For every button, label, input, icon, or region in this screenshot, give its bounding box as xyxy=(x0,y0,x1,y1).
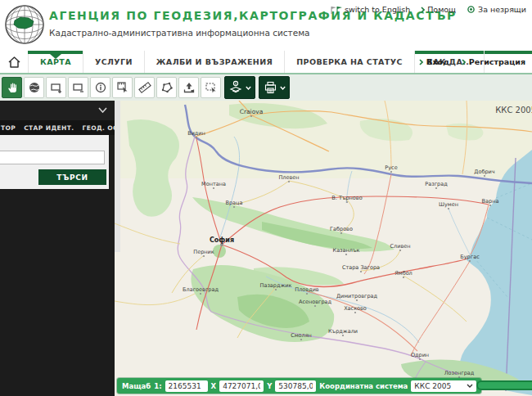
chevron-down-icon xyxy=(246,86,251,90)
crs-select[interactable]: ККС 2005 xyxy=(411,380,476,392)
map-city-label: Лозенград xyxy=(444,370,475,376)
map-city-label: Бургас xyxy=(460,254,480,260)
printer-icon xyxy=(264,81,277,94)
agency-logo-icon xyxy=(4,4,45,45)
scale-prefix: 1: xyxy=(154,382,161,390)
search-form: ТЪРСИ xyxy=(0,135,109,189)
tab-geod-osnova[interactable]: ГЕОД. ОСНОВА xyxy=(82,124,115,132)
register-link[interactable]: Регистрация xyxy=(462,57,525,66)
measure-distance-button[interactable] xyxy=(134,77,155,98)
map-city-label: Craiova xyxy=(240,108,264,115)
scale-label: Мащаб xyxy=(122,382,151,390)
map-city-dot xyxy=(484,175,485,177)
chevron-right-icon xyxy=(421,7,425,13)
map-city-label: Пловдив xyxy=(295,286,319,293)
page-subtitle: Кадастрално-административна информационн… xyxy=(49,28,310,38)
crs-label: Координатна система xyxy=(319,382,408,390)
accessibility-link[interactable]: За незрящи xyxy=(467,5,526,14)
help-link[interactable]: Помощ xyxy=(421,5,456,14)
map-city-label: Видин xyxy=(187,130,205,137)
main-navigation: КАРТА УСЛУГИ ЖАЛБИ И ВЪЗРАЖЕНИЯ ПРОВЕРКА… xyxy=(0,51,532,73)
chevron-down-icon[interactable] xyxy=(98,107,107,113)
map-city-dot xyxy=(342,335,344,336)
upload-button[interactable] xyxy=(178,77,199,98)
upload-icon xyxy=(183,81,196,94)
map-city-label: Габрово xyxy=(330,226,353,232)
y-coordinate-input[interactable] xyxy=(275,380,316,392)
identifier-search-input[interactable] xyxy=(0,151,105,164)
map-city-label: София xyxy=(210,236,234,244)
tab-uslugi[interactable]: УСЛУГИ xyxy=(83,51,144,73)
layers-info-icon xyxy=(228,80,243,95)
crs-watermark: ККС 2005 xyxy=(495,106,532,115)
map-city-dot xyxy=(306,293,308,295)
map-city-dot xyxy=(314,305,316,307)
map-city-label: Благоевград xyxy=(183,286,219,293)
map-city-label: Шумен xyxy=(439,201,458,208)
map-city-dot xyxy=(469,260,471,262)
search-panel-tabs: ТОР СТАР ИДЕНТ. ГЕОД. ОСНОВА xyxy=(0,120,115,135)
measure-position-button[interactable] xyxy=(112,77,133,98)
info-tool-button[interactable] xyxy=(90,77,110,98)
chevron-right-icon xyxy=(419,59,423,65)
globe-tool-button[interactable] xyxy=(24,77,44,98)
tab-star-ident[interactable]: СТАР ИДЕНТ. xyxy=(24,124,74,132)
info-icon xyxy=(94,81,107,94)
zoom-out-box-button[interactable] xyxy=(68,77,88,98)
map-city-dot xyxy=(390,171,392,173)
select-region-button[interactable] xyxy=(201,77,221,98)
home-button[interactable] xyxy=(0,51,28,73)
map-city-label: Ямбол xyxy=(394,270,413,277)
y-label: Y xyxy=(267,382,272,390)
map-city-dot xyxy=(354,312,356,313)
map-city-label: Димитровград xyxy=(336,293,378,299)
header: АГЕНЦИЯ ПО ГЕОДЕЗИЯ,КАРТОГРАФИЯ И КАДАСТ… xyxy=(0,0,532,51)
basemap: CraiovaВидинМонтанаВрацаПлевенРусеРазгра… xyxy=(115,101,532,396)
map-city-label: Варна xyxy=(482,198,499,205)
map-city-dot xyxy=(288,181,290,182)
chevron-right-icon xyxy=(462,59,466,65)
map-city-label: Смолян xyxy=(291,332,312,339)
chevron-down-icon xyxy=(467,384,473,388)
map-city-dot xyxy=(435,187,437,189)
map-scalebar xyxy=(476,380,532,390)
map-viewport[interactable]: CraiovaВидинМонтанаВрацаПлевенРусеРазгра… xyxy=(115,101,532,396)
map-city-dot xyxy=(346,201,348,203)
map-city-label: Монтана xyxy=(201,181,226,187)
x-coordinate-input[interactable] xyxy=(219,380,264,392)
layers-dropdown-button[interactable] xyxy=(224,76,255,99)
pan-tool-button[interactable] xyxy=(2,77,22,98)
polygon-icon xyxy=(160,81,174,94)
auth-links: Вход Регистрация xyxy=(419,51,525,73)
map-city-label: Асеновград xyxy=(299,299,332,305)
switch-language-link[interactable]: switch to English xyxy=(330,5,410,14)
map-city-dot xyxy=(360,271,362,272)
zoom-in-box-button[interactable] xyxy=(46,77,66,98)
zoom-in-rect-icon xyxy=(50,81,63,94)
map-city-label: Казанлък xyxy=(333,247,360,254)
zoom-out-rect-icon xyxy=(72,81,85,94)
map-city-dot xyxy=(403,277,404,278)
map-city-dot xyxy=(200,293,201,295)
scale-input[interactable] xyxy=(165,380,208,392)
map-city-label: Сливен xyxy=(390,243,411,250)
map-city-dot xyxy=(250,115,252,117)
print-dropdown-button[interactable] xyxy=(259,76,290,99)
tab-identifikator[interactable]: ТОР xyxy=(1,124,16,132)
home-icon xyxy=(7,56,21,69)
search-button[interactable]: ТЪРСИ xyxy=(38,169,106,185)
tab-karta[interactable]: КАРТА xyxy=(28,51,83,73)
ruler-icon xyxy=(138,81,151,94)
measure-area-button[interactable] xyxy=(156,77,177,98)
globe-icon xyxy=(28,81,41,94)
tab-zhalbi[interactable]: ЖАЛБИ И ВЪЗРАЖЕНИЯ xyxy=(144,51,284,73)
map-toolbar xyxy=(0,73,532,101)
map-city-label: Кърджали xyxy=(328,328,358,335)
map-city-label: Добрич xyxy=(474,169,494,175)
search-panel: ТОР СТАР ИДЕНТ. ГЕОД. ОСНОВА ТЪРСИ xyxy=(0,101,115,396)
tab-proverka-status[interactable]: ПРОВЕРКА НА СТАТУС xyxy=(284,51,414,73)
header-links: switch to English Помощ За незрящи xyxy=(330,5,526,14)
map-city-dot xyxy=(356,299,358,301)
login-link[interactable]: Вход xyxy=(419,57,449,66)
search-panel-header xyxy=(0,101,115,120)
